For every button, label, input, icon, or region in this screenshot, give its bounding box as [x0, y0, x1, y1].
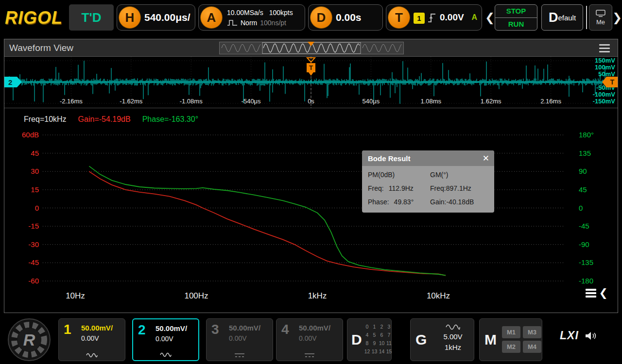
horizontal-scale-button[interactable]: H 540.00μs/: [117, 4, 195, 31]
rigol-home-button[interactable]: R: [7, 317, 52, 362]
gain-axis-label: 30: [31, 167, 39, 175]
digital-channel-number: 4: [364, 332, 370, 338]
ac-coupling-icon: [160, 352, 172, 358]
screen-icon: [596, 10, 605, 17]
pm-phase-value: 49.83°: [394, 198, 414, 206]
rigol-logo: RIGOL: [5, 8, 63, 28]
digital-channel-number: 12: [364, 348, 370, 354]
math-grid: M1 M3 M2 M4: [502, 326, 541, 353]
digital-channel-number: 2: [379, 324, 385, 330]
channel1-offset: 0.00V: [81, 334, 99, 342]
digital-channels-button[interactable]: D 0123456789101112131415: [347, 318, 392, 361]
pm-freq-value: 112.9Hz: [389, 184, 414, 192]
gain-axis-label: 45: [31, 149, 39, 157]
waveform-view-window: Waveform View -2.16ms-1.62ms-1.08ms-540μ…: [4, 39, 618, 313]
digital-channel-number: 1: [371, 324, 378, 330]
digital-channel-number: 5: [371, 332, 378, 338]
math-button[interactable]: M M1 M3 M2 M4: [479, 318, 542, 361]
volt-label: 150mV: [593, 57, 615, 64]
default-setup-button[interactable]: Default: [541, 4, 583, 31]
channel4-number: 4: [281, 322, 289, 337]
phase-axis-label: -90: [579, 240, 589, 248]
digital-channel-number: 14: [379, 348, 385, 354]
lxi-status: LXI: [560, 329, 597, 342]
run-label: RUN: [495, 17, 537, 31]
channel4-scale: 50.00mV/: [299, 324, 330, 332]
channel1-scale: 50.00mV/: [81, 324, 113, 332]
time-label: -540μs: [242, 98, 261, 105]
a-knob-icon: A: [200, 6, 223, 29]
bode-chart: 60dB180°451353090154500-15-45-30-90-45-1…: [4, 108, 618, 313]
digital-channel-number: 11: [386, 340, 392, 346]
popup-title: Bode Result: [368, 154, 411, 163]
trigger-position-marker[interactable]: T: [305, 57, 317, 78]
d-knob-icon: D: [310, 6, 332, 29]
acquisition-button[interactable]: A 10.00MSa/s 100kpts Norm 100ns/pt: [198, 4, 305, 31]
speaker-icon[interactable]: [585, 331, 597, 341]
menu-expand-icon[interactable]: ❮: [586, 287, 608, 299]
channel4-button[interactable]: 4 50.00mV/ 0.00V: [276, 318, 343, 361]
digital-channel-number: 7: [386, 332, 392, 338]
delay-button[interactable]: D 0.00s: [308, 4, 383, 31]
chevron-left-icon: ❮: [599, 287, 608, 299]
digital-channel-number: 15: [386, 348, 392, 354]
waveform-generator-button[interactable]: G 5.00V 1kHz: [410, 318, 474, 361]
time-domain-strip: -2.16ms-1.62ms-1.08ms-540μs0s540μs1.08ms…: [4, 57, 618, 108]
pm-freq-label: Freq:: [368, 184, 384, 192]
channel2-offset: 0.00V: [156, 335, 173, 343]
bottom-channel-bar: R 1 50.00mV/ 0.00V 2 50.00mV/ 0.00V 3 50…: [0, 315, 622, 364]
math3-button[interactable]: M3: [523, 326, 541, 338]
dc-coupling-icon: [304, 352, 315, 358]
preview-trigger-marker-icon: [308, 42, 314, 46]
gain-axis-label: -15: [28, 222, 39, 230]
stop-run-button[interactable]: STOP RUN: [495, 4, 537, 31]
window-title: Waveform View: [9, 43, 73, 53]
digital-channel-number: 10: [379, 340, 385, 346]
channel2-number: 2: [138, 322, 146, 338]
phase-axis-label: 90: [579, 167, 587, 175]
menu-label: Me: [596, 18, 605, 26]
window-menu-icon[interactable]: [599, 44, 610, 54]
sine-wave-icon: [446, 324, 460, 330]
gm-header: GM(°): [430, 171, 488, 179]
next-menu-icon[interactable]: ❯: [612, 11, 622, 24]
digital-label: D: [351, 331, 362, 348]
time-label: -2.16ms: [60, 98, 83, 105]
close-icon[interactable]: ✕: [483, 153, 489, 164]
math1-button[interactable]: M1: [502, 326, 520, 338]
channel3-button[interactable]: 3 50.00mV/ 0.00V: [206, 318, 273, 361]
freq-axis-label: 100Hz: [184, 291, 208, 300]
top-status-bar: RIGOL T'D H 540.00μs/ A 10.00MSa/s 100kp…: [0, 0, 622, 36]
default-rest: efault: [558, 14, 576, 22]
gain-axis-label: -30: [28, 240, 39, 248]
freq-axis-label: 10Hz: [66, 291, 85, 300]
gain-axis-label: 15: [31, 185, 39, 194]
acquire-mode: Norm: [241, 19, 257, 27]
chann3-offset: 0.00V: [229, 334, 247, 342]
channel3-scale: 50.00mV/: [229, 324, 260, 332]
memory-depth: 100kpts: [269, 9, 293, 17]
math-label: M: [484, 331, 497, 348]
time-per-point: 100ns/pt: [260, 19, 286, 27]
phase-axis-label: -180: [579, 277, 593, 285]
prev-menu-icon[interactable]: ❮: [485, 11, 495, 24]
trigger-level-value: 0.00V: [440, 5, 464, 30]
time-label: 1.08ms: [420, 98, 441, 105]
phase-axis-label: -45: [579, 222, 589, 230]
menu-button[interactable]: Me: [589, 4, 612, 31]
t-knob-icon: T: [388, 6, 410, 29]
math2-button[interactable]: M2: [502, 341, 520, 353]
horizontal-position-preview[interactable]: [219, 42, 404, 54]
channel3-number: 3: [211, 322, 219, 337]
horizontal-scale-value: 540.00μs/: [144, 5, 190, 30]
math4-button[interactable]: M4: [523, 341, 541, 353]
preview-sine: [222, 44, 260, 52]
bode-plot-area: Freq=10kHz Gain=-54.19dB Phase=-163.30° …: [4, 108, 618, 313]
toolbar-divider: [586, 6, 587, 29]
channel1-button[interactable]: 1 50.00mV/ 0.00V: [58, 318, 125, 361]
pm-phase-label: Phase:: [368, 198, 389, 206]
channel2-button[interactable]: 2 50.00mV/ 0.00V: [132, 318, 199, 361]
volt-label: 50mV: [593, 71, 615, 78]
trigger-button[interactable]: T 1 0.00V A: [386, 4, 482, 31]
default-initial: D: [549, 10, 558, 25]
